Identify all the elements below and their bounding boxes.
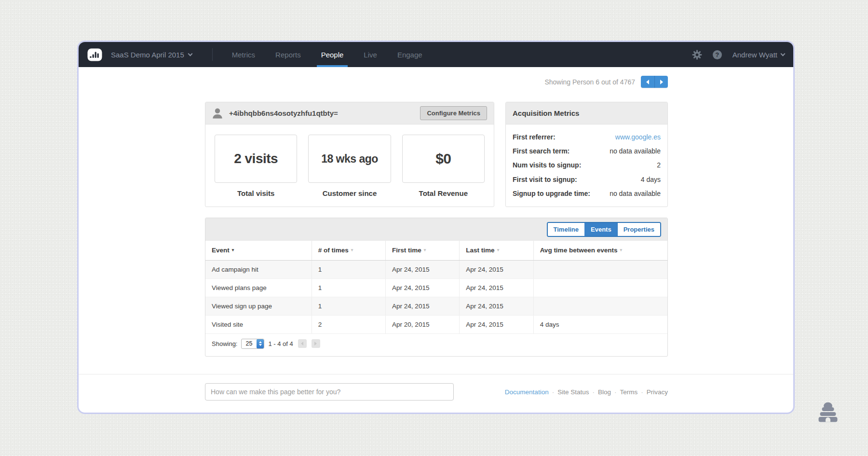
stat-value-box: $0 [402,135,485,183]
page-size-value: 25 [242,339,257,348]
column-header-event[interactable]: Event▾ [205,241,312,260]
profile-card: +4ibhqbb6ns4osotyzhfu1qtbty= Configure M… [205,102,494,207]
nav-item-people[interactable]: People [320,42,345,67]
project-name: SaaS Demo April 2015 [111,51,184,59]
acquisition-row-num-visits-to-signup: Num visits to signup: 2 [513,161,661,169]
dot-separator: · [641,388,643,396]
arrow-left-icon [646,80,649,84]
person-icon [212,108,223,119]
select-stepper-icon [257,339,264,348]
help-icon[interactable]: ? [713,50,722,59]
dot-separator: · [614,388,617,396]
beehive-icon [816,401,840,427]
cell-event: Visited site [205,315,312,333]
navbar-divider [212,48,213,61]
sort-arrow-icon: ▾ [424,248,426,252]
column-header-first-time[interactable]: First time▾ [386,241,460,260]
nav-items: MetricsReportsPeopleLiveEngage [231,42,423,67]
footer-link-privacy[interactable]: Privacy [647,388,668,396]
navbar-right: ? Andrew Wyatt [692,50,785,60]
acquisition-label: First search term: [513,147,570,155]
stat-customer-since: 18 wks ago Customer since [308,135,391,197]
feedback-input[interactable] [205,383,454,401]
table-previous-page-button[interactable] [298,339,307,348]
footer-link-documentation[interactable]: Documentation [505,388,549,396]
page-size-select[interactable]: 25 [241,339,264,349]
column-header-of-times[interactable]: # of times▾ [312,241,385,260]
cell-last-time: Apr 24, 2015 [460,315,533,333]
tab-properties[interactable]: Properties [617,223,660,236]
footer-link-terms[interactable]: Terms [620,388,637,396]
chevron-down-icon [188,51,192,56]
cell-of-times: 1 [312,260,385,278]
person-pager: Showing Person 6 out of 4767 [205,76,668,88]
acquisition-metrics-card: Acquisition Metrics First referrer: www.… [505,102,668,207]
app-window: SaaS Demo April 2015 MetricsReportsPeopl… [77,41,795,414]
cards-row: +4ibhqbb6ns4osotyzhfu1qtbty= Configure M… [205,102,668,207]
table-row[interactable]: Ad campaign hit1Apr 24, 2015Apr 24, 2015 [205,260,667,278]
cell-avg-time-between-events: 4 days [533,315,667,333]
table-row[interactable]: Viewed sign up page1Apr 24, 2015Apr 24, … [205,297,667,315]
mixpanel-logo-icon[interactable] [87,48,102,61]
cell-of-times: 2 [312,315,385,333]
stat-total-revenue: $0 Total Revenue [402,135,485,197]
tab-timeline[interactable]: Timeline [548,223,585,236]
dot-separator: · [552,388,555,396]
table-next-page-button[interactable] [312,339,320,348]
nav-item-metrics[interactable]: Metrics [231,42,256,67]
acquisition-title: Acquisition Metrics [513,109,579,117]
dot-separator: · [592,388,595,396]
stat-label: Total visits [215,189,297,197]
acquisition-label: Num visits to signup: [513,161,581,169]
events-table: Event▾# of times▾First time▾Last time▾Av… [205,241,667,334]
acquisition-value: no data available [610,189,661,198]
stat-total-visits: 2 visits Total visits [215,135,297,197]
acquisition-row-first-visit-to-signup: First visit to signup: 4 days [513,175,661,184]
table-row[interactable]: Viewed plans page1Apr 24, 2015Apr 24, 20… [205,278,667,297]
column-header-last-time[interactable]: Last time▾ [460,241,533,260]
acquisition-value: 4 days [641,175,661,184]
sort-arrow-icon: ▾ [497,248,500,252]
sort-arrow-icon: ▾ [351,248,353,252]
stat-label: Customer since [308,189,391,197]
footer-link-site-status[interactable]: Site Status [557,388,589,396]
top-navbar: SaaS Demo April 2015 MetricsReportsPeopl… [79,42,793,67]
configure-metrics-button[interactable]: Configure Metrics [420,106,487,120]
footer-links: Documentation·Site Status·Blog·Terms·Pri… [505,388,668,396]
user-menu[interactable]: Andrew Wyatt [732,51,785,59]
events-panel-toolbar: TimelineEventsProperties [205,218,667,241]
cell-event: Ad campaign hit [205,260,312,278]
nav-item-reports[interactable]: Reports [274,42,302,67]
view-tabs: TimelineEventsProperties [547,222,661,237]
acquisition-row-first-referrer: First referrer: www.google.es [513,133,661,141]
acquisition-row-signup-to-upgrade-time: Signup to upgrade time: no data availabl… [513,189,661,198]
cell-last-time: Apr 24, 2015 [460,278,533,297]
showing-label: Showing: [212,340,237,347]
cell-of-times: 1 [312,278,385,297]
cell-last-time: Apr 24, 2015 [460,297,533,315]
tab-events[interactable]: Events [584,223,617,236]
sort-arrow-icon: ▾ [232,248,234,252]
next-person-button[interactable] [654,76,668,88]
gear-icon[interactable] [692,50,702,60]
nav-item-live[interactable]: Live [363,42,378,67]
cell-event: Viewed plans page [205,278,312,297]
nav-item-engage[interactable]: Engage [396,42,423,67]
arrow-right-icon [314,342,317,345]
previous-person-button[interactable] [641,76,654,88]
acquisition-label: First visit to signup: [513,175,577,184]
table-pagination: Showing: 25 1 - 4 of 4 [205,334,667,356]
acquisition-row-first-search-term: First search term: no data available [513,147,661,155]
project-selector[interactable]: SaaS Demo April 2015 [111,51,192,59]
column-header-avg-time-between-events[interactable]: Avg time between events▾ [533,241,667,260]
footer-link-blog[interactable]: Blog [598,388,611,396]
stat-value: $0 [435,151,451,167]
cell-avg-time-between-events [533,278,667,297]
table-row[interactable]: Visited site2Apr 20, 2015Apr 24, 20154 d… [205,315,667,333]
person-pager-label: Showing Person 6 out of 4767 [544,78,635,86]
acquisition-card-header: Acquisition Metrics [506,102,667,124]
stat-value-box: 2 visits [215,135,297,183]
stat-value-box: 18 wks ago [308,135,391,183]
acquisition-value[interactable]: www.google.es [615,133,661,141]
events-panel: TimelineEventsProperties Event▾# of time… [205,218,668,357]
